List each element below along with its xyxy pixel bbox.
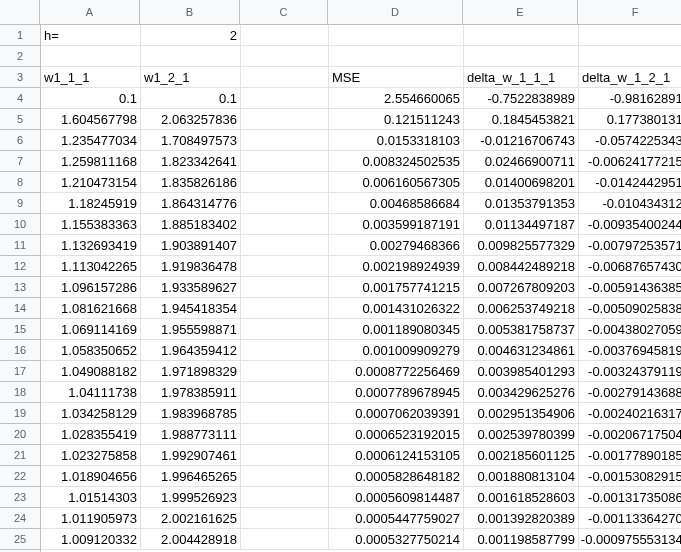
cell-B16[interactable]: 1.964359412 xyxy=(141,340,241,361)
column-header-D[interactable]: D xyxy=(328,0,463,24)
cell-B7[interactable]: 1.823342641 xyxy=(141,151,241,172)
cell-A10[interactable]: 1.155383363 xyxy=(41,214,141,235)
cell-D15[interactable]: 0.001189080345 xyxy=(329,319,464,340)
column-header-A[interactable]: A xyxy=(40,0,140,24)
cell-F25[interactable]: -0.0009755531348 xyxy=(579,529,681,550)
column-header-E[interactable]: E xyxy=(463,0,578,24)
cell-F12[interactable]: -0.006876574305 xyxy=(579,256,681,277)
cell-A5[interactable]: 1.604567798 xyxy=(41,109,141,130)
cell-C21[interactable] xyxy=(241,445,329,466)
cell-D9[interactable]: 0.00468586684 xyxy=(329,193,464,214)
cell-F14[interactable]: -0.005090258387 xyxy=(579,298,681,319)
cell-A16[interactable]: 1.058350652 xyxy=(41,340,141,361)
cell-A3[interactable]: w1_1_1 xyxy=(41,67,141,88)
cell-D17[interactable]: 0.0008772256469 xyxy=(329,361,464,382)
cell-C22[interactable] xyxy=(241,466,329,487)
cell-F9[interactable]: -0.0104343129 xyxy=(579,193,681,214)
cell-D22[interactable]: 0.0005828648182 xyxy=(329,466,464,487)
cell-A13[interactable]: 1.096157286 xyxy=(41,277,141,298)
cell-F4[interactable]: -0.981628918 xyxy=(579,88,681,109)
cell-B22[interactable]: 1.996465265 xyxy=(141,466,241,487)
cell-A23[interactable]: 1.01514303 xyxy=(41,487,141,508)
cell-F2[interactable] xyxy=(579,46,681,67)
cell-D3[interactable]: MSE xyxy=(329,67,464,88)
cell-F5[interactable]: 0.1773801316 xyxy=(579,109,681,130)
cell-E3[interactable]: delta_w_1_1_1 xyxy=(464,67,579,88)
cell-D20[interactable]: 0.0006523192015 xyxy=(329,424,464,445)
cell-D12[interactable]: 0.002198924939 xyxy=(329,256,464,277)
cell-C15[interactable] xyxy=(241,319,329,340)
cell-D24[interactable]: 0.0005447759027 xyxy=(329,508,464,529)
cell-D4[interactable]: 2.554660065 xyxy=(329,88,464,109)
cell-E19[interactable]: 0.002951354906 xyxy=(464,403,579,424)
cell-C12[interactable] xyxy=(241,256,329,277)
cell-B17[interactable]: 1.971898329 xyxy=(141,361,241,382)
cell-C10[interactable] xyxy=(241,214,329,235)
row-header-7[interactable]: 7 xyxy=(0,151,40,172)
cell-B12[interactable]: 1.919836478 xyxy=(141,256,241,277)
cell-B11[interactable]: 1.903891407 xyxy=(141,235,241,256)
row-header-17[interactable]: 17 xyxy=(0,361,40,382)
cell-E12[interactable]: 0.008442489218 xyxy=(464,256,579,277)
row-header-23[interactable]: 23 xyxy=(0,487,40,508)
cell-C24[interactable] xyxy=(241,508,329,529)
row-header-18[interactable]: 18 xyxy=(0,382,40,403)
row-header-3[interactable]: 3 xyxy=(0,67,40,88)
row-header-24[interactable]: 24 xyxy=(0,508,40,529)
cell-A11[interactable]: 1.132693419 xyxy=(41,235,141,256)
cell-E21[interactable]: 0.002185601125 xyxy=(464,445,579,466)
cell-C18[interactable] xyxy=(241,382,329,403)
cell-E18[interactable]: 0.003429625276 xyxy=(464,382,579,403)
cell-C11[interactable] xyxy=(241,235,329,256)
cell-C13[interactable] xyxy=(241,277,329,298)
cell-C25[interactable] xyxy=(241,529,329,550)
row-header-15[interactable]: 15 xyxy=(0,319,40,340)
row-header-25[interactable]: 25 xyxy=(0,529,40,550)
cell-A8[interactable]: 1.210473154 xyxy=(41,172,141,193)
cell-E14[interactable]: 0.006253749218 xyxy=(464,298,579,319)
row-header-13[interactable]: 13 xyxy=(0,277,40,298)
cell-A21[interactable]: 1.023275858 xyxy=(41,445,141,466)
cell-D19[interactable]: 0.0007062039391 xyxy=(329,403,464,424)
cell-B5[interactable]: 2.063257836 xyxy=(141,109,241,130)
cell-C6[interactable] xyxy=(241,130,329,151)
cell-B14[interactable]: 1.945418354 xyxy=(141,298,241,319)
cell-D25[interactable]: 0.0005327750214 xyxy=(329,529,464,550)
row-header-11[interactable]: 11 xyxy=(0,235,40,256)
select-all-corner[interactable] xyxy=(0,0,40,24)
cell-F20[interactable]: -0.002067175041 xyxy=(579,424,681,445)
row-header-2[interactable]: 2 xyxy=(0,46,40,67)
cell-D2[interactable] xyxy=(329,46,464,67)
cell-B6[interactable]: 1.708497573 xyxy=(141,130,241,151)
cell-C5[interactable] xyxy=(241,109,329,130)
cell-B4[interactable]: 0.1 xyxy=(141,88,241,109)
row-header-5[interactable]: 5 xyxy=(0,109,40,130)
cell-E17[interactable]: 0.003985401293 xyxy=(464,361,579,382)
cell-F10[interactable]: -0.009354002447 xyxy=(579,214,681,235)
cell-C16[interactable] xyxy=(241,340,329,361)
cell-E4[interactable]: -0.7522838989 xyxy=(464,88,579,109)
cell-F13[interactable]: -0.005914363851 xyxy=(579,277,681,298)
cell-C19[interactable] xyxy=(241,403,329,424)
row-header-1[interactable]: 1 xyxy=(0,25,40,46)
cell-B2[interactable] xyxy=(141,46,241,67)
cell-B15[interactable]: 1.955598871 xyxy=(141,319,241,340)
cell-A12[interactable]: 1.113042265 xyxy=(41,256,141,277)
row-header-8[interactable]: 8 xyxy=(0,172,40,193)
row-header-9[interactable]: 9 xyxy=(0,193,40,214)
cell-F3[interactable]: delta_w_1_2_1 xyxy=(579,67,681,88)
cell-F8[interactable]: -0.01424429513 xyxy=(579,172,681,193)
cell-E7[interactable]: 0.02466900711 xyxy=(464,151,579,172)
cell-F23[interactable]: -0.001317350865 xyxy=(579,487,681,508)
cell-D6[interactable]: 0.0153318103 xyxy=(329,130,464,151)
cell-B8[interactable]: 1.835826186 xyxy=(141,172,241,193)
cell-F19[interactable]: -0.002402163177 xyxy=(579,403,681,424)
cell-A22[interactable]: 1.018904656 xyxy=(41,466,141,487)
cell-F11[interactable]: -0.007972535713 xyxy=(579,235,681,256)
cell-C17[interactable] xyxy=(241,361,329,382)
cell-E9[interactable]: 0.01353791353 xyxy=(464,193,579,214)
cell-E8[interactable]: 0.01400698201 xyxy=(464,172,579,193)
cell-C14[interactable] xyxy=(241,298,329,319)
cell-B18[interactable]: 1.978385911 xyxy=(141,382,241,403)
cell-F17[interactable]: -0.003243791194 xyxy=(579,361,681,382)
